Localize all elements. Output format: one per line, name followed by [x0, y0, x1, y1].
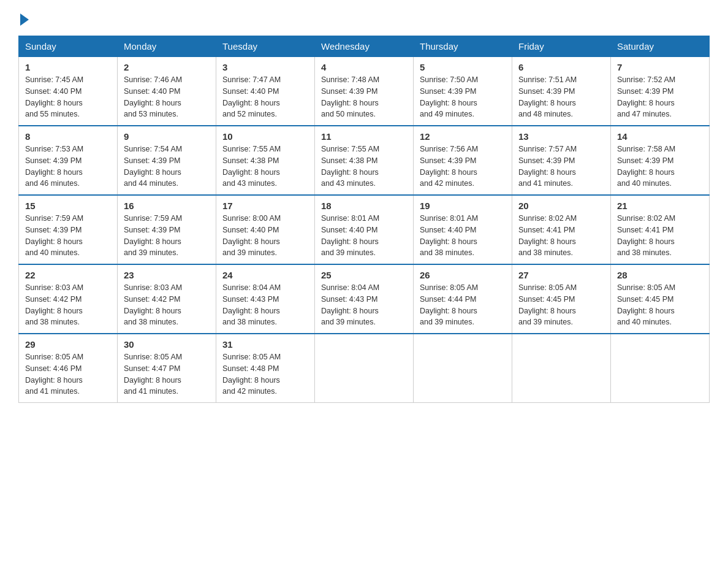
- col-header-saturday: Saturday: [611, 36, 710, 57]
- day-number: 23: [124, 270, 210, 280]
- calendar-cell: 30 Sunrise: 8:05 AM Sunset: 4:47 PM Dayl…: [118, 334, 216, 403]
- calendar-cell: 12 Sunrise: 7:56 AM Sunset: 4:39 PM Dayl…: [414, 126, 512, 195]
- calendar-week-row: 1 Sunrise: 7:45 AM Sunset: 4:40 PM Dayli…: [19, 57, 710, 126]
- calendar-cell: 22 Sunrise: 8:03 AM Sunset: 4:42 PM Dayl…: [19, 264, 118, 334]
- page-header: [18, 12, 710, 25]
- col-header-wednesday: Wednesday: [315, 36, 414, 57]
- day-number: 31: [222, 339, 308, 350]
- calendar-week-row: 8 Sunrise: 7:53 AM Sunset: 4:39 PM Dayli…: [19, 126, 710, 195]
- day-info: Sunrise: 8:03 AM Sunset: 4:42 PM Dayligh…: [124, 282, 210, 328]
- day-number: 15: [25, 201, 111, 211]
- calendar-week-row: 15 Sunrise: 7:59 AM Sunset: 4:39 PM Dayl…: [19, 195, 710, 264]
- day-number: 5: [420, 62, 506, 72]
- day-info: Sunrise: 8:01 AM Sunset: 4:40 PM Dayligh…: [321, 213, 407, 259]
- day-number: 6: [518, 62, 604, 72]
- day-info: Sunrise: 8:03 AM Sunset: 4:42 PM Dayligh…: [25, 282, 111, 328]
- calendar-cell: 18 Sunrise: 8:01 AM Sunset: 4:40 PM Dayl…: [315, 195, 414, 264]
- calendar-cell: 1 Sunrise: 7:45 AM Sunset: 4:40 PM Dayli…: [19, 57, 118, 126]
- calendar-week-row: 29 Sunrise: 8:05 AM Sunset: 4:46 PM Dayl…: [19, 334, 710, 403]
- col-header-thursday: Thursday: [414, 36, 512, 57]
- day-number: 13: [518, 131, 604, 142]
- calendar-cell: 13 Sunrise: 7:57 AM Sunset: 4:39 PM Dayl…: [512, 126, 611, 195]
- day-info: Sunrise: 8:05 AM Sunset: 4:45 PM Dayligh…: [518, 282, 604, 328]
- calendar-cell: 26 Sunrise: 8:05 AM Sunset: 4:44 PM Dayl…: [414, 264, 512, 334]
- day-number: 30: [124, 339, 210, 350]
- day-number: 24: [222, 270, 308, 280]
- calendar-cell: 25 Sunrise: 8:04 AM Sunset: 4:43 PM Dayl…: [315, 264, 414, 334]
- day-info: Sunrise: 7:59 AM Sunset: 4:39 PM Dayligh…: [124, 213, 210, 259]
- day-info: Sunrise: 8:04 AM Sunset: 4:43 PM Dayligh…: [222, 282, 308, 328]
- calendar-cell: 19 Sunrise: 8:01 AM Sunset: 4:40 PM Dayl…: [414, 195, 512, 264]
- calendar-cell: 3 Sunrise: 7:47 AM Sunset: 4:40 PM Dayli…: [216, 57, 315, 126]
- calendar-cell: 21 Sunrise: 8:02 AM Sunset: 4:41 PM Dayl…: [611, 195, 710, 264]
- calendar-cell: 20 Sunrise: 8:02 AM Sunset: 4:41 PM Dayl…: [512, 195, 611, 264]
- day-number: 21: [617, 201, 703, 211]
- day-info: Sunrise: 7:52 AM Sunset: 4:39 PM Dayligh…: [617, 74, 703, 120]
- calendar-cell: 5 Sunrise: 7:50 AM Sunset: 4:39 PM Dayli…: [414, 57, 512, 126]
- calendar-cell: 6 Sunrise: 7:51 AM Sunset: 4:39 PM Dayli…: [512, 57, 611, 126]
- day-number: 27: [518, 270, 604, 280]
- day-number: 1: [25, 62, 111, 72]
- day-info: Sunrise: 7:51 AM Sunset: 4:39 PM Dayligh…: [518, 74, 604, 120]
- calendar-week-row: 22 Sunrise: 8:03 AM Sunset: 4:42 PM Dayl…: [19, 264, 710, 334]
- day-number: 10: [222, 131, 308, 142]
- day-info: Sunrise: 8:05 AM Sunset: 4:46 PM Dayligh…: [25, 351, 111, 397]
- calendar-cell: 28 Sunrise: 8:05 AM Sunset: 4:45 PM Dayl…: [611, 264, 710, 334]
- day-number: 17: [222, 201, 308, 211]
- day-info: Sunrise: 7:48 AM Sunset: 4:39 PM Dayligh…: [321, 74, 407, 120]
- day-number: 8: [25, 131, 111, 142]
- day-number: 2: [124, 62, 210, 72]
- day-number: 12: [420, 131, 506, 142]
- day-number: 14: [617, 131, 703, 142]
- calendar-cell: 27 Sunrise: 8:05 AM Sunset: 4:45 PM Dayl…: [512, 264, 611, 334]
- calendar-cell: [611, 334, 710, 403]
- day-info: Sunrise: 8:05 AM Sunset: 4:44 PM Dayligh…: [420, 282, 506, 328]
- calendar-header-row: SundayMondayTuesdayWednesdayThursdayFrid…: [19, 36, 710, 57]
- day-info: Sunrise: 8:01 AM Sunset: 4:40 PM Dayligh…: [420, 213, 506, 259]
- day-number: 3: [222, 62, 308, 72]
- calendar-cell: 16 Sunrise: 7:59 AM Sunset: 4:39 PM Dayl…: [118, 195, 216, 264]
- calendar-cell: 10 Sunrise: 7:55 AM Sunset: 4:38 PM Dayl…: [216, 126, 315, 195]
- day-info: Sunrise: 8:05 AM Sunset: 4:47 PM Dayligh…: [124, 351, 210, 397]
- calendar-cell: 17 Sunrise: 8:00 AM Sunset: 4:40 PM Dayl…: [216, 195, 315, 264]
- day-info: Sunrise: 7:56 AM Sunset: 4:39 PM Dayligh…: [420, 144, 506, 190]
- calendar-table: SundayMondayTuesdayWednesdayThursdayFrid…: [18, 36, 710, 403]
- calendar-cell: 7 Sunrise: 7:52 AM Sunset: 4:39 PM Dayli…: [611, 57, 710, 126]
- day-number: 9: [124, 131, 210, 142]
- day-info: Sunrise: 8:02 AM Sunset: 4:41 PM Dayligh…: [617, 213, 703, 259]
- calendar-cell: [512, 334, 611, 403]
- day-number: 25: [321, 270, 407, 280]
- calendar-cell: 15 Sunrise: 7:59 AM Sunset: 4:39 PM Dayl…: [19, 195, 118, 264]
- day-info: Sunrise: 7:46 AM Sunset: 4:40 PM Dayligh…: [124, 74, 210, 120]
- col-header-tuesday: Tuesday: [216, 36, 315, 57]
- calendar-cell: 31 Sunrise: 8:05 AM Sunset: 4:48 PM Dayl…: [216, 334, 315, 403]
- calendar-cell: 2 Sunrise: 7:46 AM Sunset: 4:40 PM Dayli…: [118, 57, 216, 126]
- col-header-sunday: Sunday: [19, 36, 118, 57]
- day-number: 26: [420, 270, 506, 280]
- day-number: 22: [25, 270, 111, 280]
- day-info: Sunrise: 7:55 AM Sunset: 4:38 PM Dayligh…: [321, 144, 407, 190]
- calendar-cell: 4 Sunrise: 7:48 AM Sunset: 4:39 PM Dayli…: [315, 57, 414, 126]
- calendar-cell: 23 Sunrise: 8:03 AM Sunset: 4:42 PM Dayl…: [118, 264, 216, 334]
- day-info: Sunrise: 8:04 AM Sunset: 4:43 PM Dayligh…: [321, 282, 407, 328]
- day-info: Sunrise: 7:58 AM Sunset: 4:39 PM Dayligh…: [617, 144, 703, 190]
- day-number: 4: [321, 62, 407, 72]
- day-info: Sunrise: 8:05 AM Sunset: 4:45 PM Dayligh…: [617, 282, 703, 328]
- day-info: Sunrise: 7:55 AM Sunset: 4:38 PM Dayligh…: [222, 144, 308, 190]
- day-number: 28: [617, 270, 703, 280]
- day-info: Sunrise: 7:53 AM Sunset: 4:39 PM Dayligh…: [25, 144, 111, 190]
- calendar-cell: 11 Sunrise: 7:55 AM Sunset: 4:38 PM Dayl…: [315, 126, 414, 195]
- day-number: 20: [518, 201, 604, 211]
- col-header-monday: Monday: [118, 36, 216, 57]
- day-info: Sunrise: 7:45 AM Sunset: 4:40 PM Dayligh…: [25, 74, 111, 120]
- calendar-cell: 9 Sunrise: 7:54 AM Sunset: 4:39 PM Dayli…: [118, 126, 216, 195]
- calendar-cell: 29 Sunrise: 8:05 AM Sunset: 4:46 PM Dayl…: [19, 334, 118, 403]
- day-info: Sunrise: 8:02 AM Sunset: 4:41 PM Dayligh…: [518, 213, 604, 259]
- day-number: 18: [321, 201, 407, 211]
- day-info: Sunrise: 7:59 AM Sunset: 4:39 PM Dayligh…: [25, 213, 111, 259]
- day-info: Sunrise: 8:05 AM Sunset: 4:48 PM Dayligh…: [222, 351, 308, 397]
- day-number: 19: [420, 201, 506, 211]
- day-info: Sunrise: 7:47 AM Sunset: 4:40 PM Dayligh…: [222, 74, 308, 120]
- day-number: 29: [25, 339, 111, 350]
- day-info: Sunrise: 7:54 AM Sunset: 4:39 PM Dayligh…: [124, 144, 210, 190]
